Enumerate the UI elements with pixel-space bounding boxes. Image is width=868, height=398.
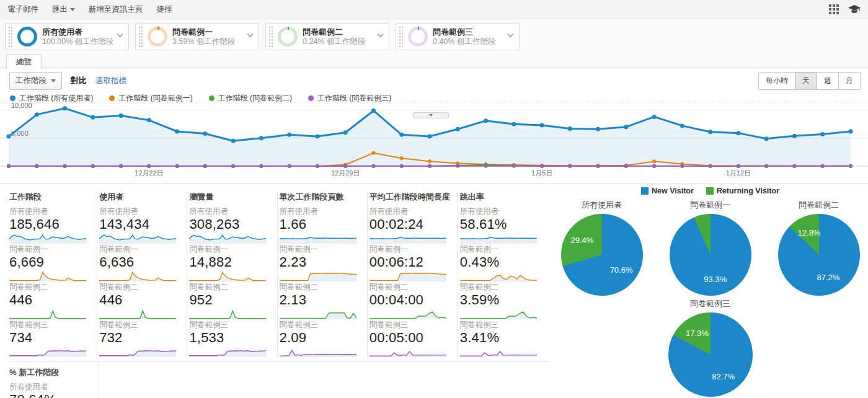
legend-item[interactable]: New Visitor — [641, 187, 694, 195]
apps-grid-icon[interactable] — [829, 4, 839, 15]
data-point — [203, 131, 207, 136]
metric-value: 00:05:00 — [370, 330, 450, 345]
add-to-dashboard-button[interactable]: 新增至資訊主頁 — [89, 4, 143, 15]
metric-cell: 問卷範例一6,669 — [9, 245, 89, 281]
data-point — [849, 164, 852, 168]
metric-title: % 新工作階段 — [9, 367, 91, 378]
data-point — [456, 164, 459, 168]
legend-item[interactable]: Returning Visitor — [706, 187, 779, 195]
metric-segment-label: 所有使用者 — [99, 207, 179, 216]
drag-handle-icon[interactable] — [8, 26, 14, 47]
select-metric-link[interactable]: 選取指標 — [95, 76, 126, 86]
pie-block: 問卷範例三82.7%17.3% — [662, 298, 758, 397]
data-point — [820, 132, 825, 136]
segment-card[interactable]: 問卷範例一3.59% 個工作階段 — [135, 23, 259, 50]
data-point — [680, 164, 684, 168]
x-axis-label: 1月5日 — [531, 169, 552, 177]
metric-cell: 問卷範例三3.41% — [460, 321, 541, 357]
sparkline — [99, 232, 176, 244]
data-point — [175, 164, 179, 168]
segment-detail: 100.00% 個工作階段 — [42, 37, 113, 46]
chevron-down-icon[interactable] — [508, 32, 514, 38]
academy-cap-icon[interactable] — [848, 5, 861, 14]
chevron-down-icon[interactable] — [378, 32, 384, 38]
data-point — [147, 164, 151, 168]
legend-dot-icon — [109, 95, 115, 101]
segment-card[interactable]: 問卷範例二0.24% 個工作階段 — [265, 23, 389, 50]
metric-value: 308,263 — [189, 216, 269, 232]
data-point — [91, 164, 95, 168]
metric-cell: 問卷範例三2.09 — [280, 321, 360, 357]
metrics-grid: 工作階段所有使用者185,646問卷範例一6,669問卷範例二446問卷範例三7… — [9, 192, 550, 398]
data-point — [540, 123, 544, 127]
metric-title: 平均工作階段時間長度 — [370, 192, 450, 203]
visitor-pie-chart[interactable]: 87.2%12.8% — [778, 214, 860, 296]
granularity-button[interactable]: 每小時 — [758, 72, 795, 90]
metric-column: 單次工作階段頁數所有使用者1.66問卷範例一2.23問卷範例二2.13問卷範例三… — [280, 192, 368, 358]
segment-ring-icon — [278, 27, 298, 46]
data-point — [849, 129, 853, 133]
chart-collapse-handle[interactable] — [413, 112, 449, 118]
sparkline — [460, 346, 537, 357]
chevron-down-icon[interactable] — [247, 32, 254, 38]
export-button[interactable]: 匯出 — [52, 4, 75, 15]
metric-cell: 問卷範例一0.43% — [460, 245, 541, 281]
metric-value: 58.61% — [460, 216, 541, 232]
segment-card[interactable]: 問卷範例三0.40% 個工作階段 — [396, 23, 520, 50]
metric-segment-label: 問卷範例三 — [99, 321, 179, 330]
action-toolbar: 電子郵件 匯出 新增至資訊主頁 捷徑 — [0, 0, 868, 19]
pie-slice-label: 17.3% — [686, 329, 709, 338]
metric-value: 2.09 — [280, 330, 360, 345]
pie-title: 問卷範例二 — [771, 200, 867, 211]
segment-card[interactable]: 所有使用者100.00% 個工作階段 — [5, 23, 129, 50]
data-point — [484, 164, 488, 168]
data-point — [119, 164, 123, 168]
sparkline — [460, 270, 537, 281]
data-point — [63, 164, 67, 168]
metric-value: 3.41% — [460, 330, 541, 345]
metric-select-dropdown[interactable]: 工作階段 — [9, 72, 62, 90]
metric-value: 14,882 — [189, 254, 269, 270]
drag-handle-icon[interactable] — [268, 26, 274, 47]
metric-cell: 問卷範例三732 — [99, 321, 179, 357]
metric-segment-label: 所有使用者 — [9, 207, 89, 216]
metric-segment-label: 問卷範例一 — [189, 245, 269, 254]
metric-column: 跳出率所有使用者58.61%問卷範例一0.43%問卷範例二3.59%問卷範例三3… — [460, 192, 548, 358]
visitor-pie-chart[interactable]: 93.3% — [670, 214, 751, 296]
pie-block: 所有使用者70.6%29.4% — [554, 200, 650, 296]
metric-column: 瀏覽量所有使用者308,263問卷範例一14,882問卷範例二952問卷範例三1… — [189, 192, 277, 358]
segment-detail: 0.40% 個工作階段 — [433, 37, 495, 46]
metric-title: 工作階段 — [9, 192, 89, 203]
sparkline — [9, 346, 86, 357]
email-button[interactable]: 電子郵件 — [7, 4, 38, 15]
data-point — [147, 118, 151, 122]
granularity-button[interactable]: 天 — [795, 72, 817, 90]
sparkline — [9, 270, 86, 281]
granularity-button[interactable]: 月 — [839, 72, 861, 90]
metric-segment-label: 問卷範例二 — [370, 283, 450, 292]
data-point — [652, 164, 656, 168]
export-label: 匯出 — [52, 4, 68, 15]
metric-cell: 所有使用者00:02:24 — [370, 207, 450, 244]
metric-cell: 問卷範例二446 — [99, 283, 179, 319]
sparkline — [189, 270, 266, 281]
timeseries-panel: 工作階段 對比 選取指標 每小時天週月 工作階段 (所有使用者)工作階段 (問卷… — [0, 68, 868, 184]
metric-value: 446 — [99, 292, 179, 307]
visitor-pie-chart[interactable]: 70.6%29.4% — [561, 214, 643, 296]
data-point — [792, 164, 796, 168]
sparkline — [280, 270, 356, 281]
visitor-pie-chart[interactable]: 82.7%17.3% — [668, 312, 753, 397]
drag-handle-icon[interactable] — [399, 26, 404, 47]
metric-value: 3.59% — [460, 292, 541, 307]
granularity-button[interactable]: 週 — [817, 72, 839, 90]
chevron-down-icon — [429, 114, 433, 117]
drag-handle-icon[interactable] — [138, 26, 144, 47]
pie-block: 問卷範例二87.2%12.8% — [771, 200, 867, 296]
metric-value: 00:06:12 — [370, 254, 450, 270]
segment-ring-icon — [17, 27, 37, 46]
metric-title: 單次工作階段頁數 — [280, 192, 360, 203]
chevron-down-icon[interactable] — [117, 32, 123, 38]
metric-column: 工作階段所有使用者185,646問卷範例一6,669問卷範例二446問卷範例三7… — [9, 192, 97, 358]
shortcuts-button[interactable]: 捷徑 — [157, 4, 172, 15]
segment-detail: 0.24% 個工作階段 — [303, 37, 365, 46]
